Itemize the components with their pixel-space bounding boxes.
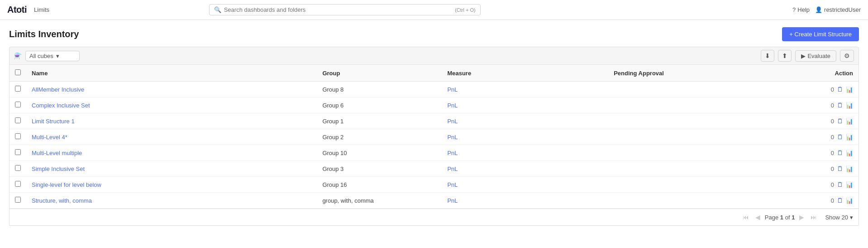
row-name: Simple Inclusive Set bbox=[26, 161, 317, 177]
row-name-link[interactable]: Structure, with, comma bbox=[32, 197, 92, 204]
search-bar[interactable]: 🔍 (Ctrl + O) bbox=[209, 4, 481, 15]
row-name: Multi-Level multiple bbox=[26, 145, 317, 161]
chart-icon[interactable]: 📊 bbox=[846, 181, 853, 188]
row-checkbox[interactable] bbox=[10, 129, 26, 145]
row-name-link[interactable]: Multi-Level multiple bbox=[32, 150, 82, 156]
row-group: Group 8 bbox=[317, 82, 442, 97]
row-name-link[interactable]: Single-level for level below bbox=[32, 181, 101, 188]
row-group: Group 6 bbox=[317, 97, 442, 113]
row-count: 0 bbox=[827, 86, 834, 93]
chart-icon[interactable]: 📊 bbox=[846, 165, 853, 172]
copy-icon[interactable]: 🗒 bbox=[837, 181, 843, 188]
cube-filter-label: All cubes bbox=[29, 53, 53, 59]
table-row: Multi-Level 4* Group 2 PnL 0 🗒 📊 bbox=[10, 129, 858, 145]
prev-page-button[interactable]: ◀ bbox=[754, 213, 762, 222]
row-checkbox[interactable] bbox=[10, 161, 26, 177]
row-count: 0 bbox=[827, 197, 834, 204]
copy-icon[interactable]: 🗒 bbox=[837, 149, 843, 156]
user-label: restrictedUser bbox=[824, 6, 861, 13]
row-name-link[interactable]: AllMember Inclusive bbox=[32, 86, 84, 93]
row-action: 0 🗒 📊 bbox=[775, 82, 858, 97]
header-measure: Measure bbox=[442, 65, 608, 82]
row-select-checkbox[interactable] bbox=[15, 133, 21, 139]
copy-icon[interactable]: 🗒 bbox=[837, 102, 843, 109]
header-group: Group bbox=[317, 65, 442, 82]
cube-filter-dropdown[interactable]: All cubes ▾ bbox=[25, 51, 80, 61]
show-label: Show 20 bbox=[825, 214, 848, 221]
row-checkbox[interactable] bbox=[10, 113, 26, 129]
chart-icon[interactable]: 📊 bbox=[846, 102, 853, 109]
chevron-down-icon: ▾ bbox=[56, 53, 59, 59]
copy-icon[interactable]: 🗒 bbox=[837, 197, 843, 204]
row-select-checkbox[interactable] bbox=[15, 197, 21, 203]
nav-section: Limits bbox=[34, 6, 49, 13]
search-input[interactable] bbox=[224, 6, 452, 13]
row-checkbox[interactable] bbox=[10, 177, 26, 193]
header-pending: Pending Approval bbox=[608, 65, 775, 82]
row-select-checkbox[interactable] bbox=[15, 181, 21, 187]
row-select-checkbox[interactable] bbox=[15, 102, 21, 107]
table-header-row: Name Group Measure Pending Approval Acti… bbox=[10, 65, 858, 82]
row-pending bbox=[608, 113, 775, 129]
copy-icon[interactable]: 🗒 bbox=[837, 117, 843, 125]
first-page-button[interactable]: ⏮ bbox=[741, 213, 751, 222]
evaluate-label: Evaluate bbox=[807, 53, 830, 59]
header-checkbox[interactable] bbox=[10, 65, 26, 82]
topnav: Atoti Limits 🔍 (Ctrl + O) ? Help 👤 restr… bbox=[0, 0, 868, 20]
play-icon: ▶ bbox=[801, 53, 806, 59]
row-action: 0 🗒 📊 bbox=[775, 97, 858, 113]
next-page-button[interactable]: ▶ bbox=[797, 213, 806, 222]
help-icon: ? bbox=[792, 6, 796, 13]
chart-icon[interactable]: 📊 bbox=[846, 197, 853, 204]
download-button[interactable]: ⬇ bbox=[761, 50, 774, 62]
row-action: 0 🗒 📊 bbox=[775, 129, 858, 145]
search-shortcut: (Ctrl + O) bbox=[455, 7, 476, 13]
row-checkbox[interactable] bbox=[10, 97, 26, 113]
chart-icon[interactable]: 📊 bbox=[846, 150, 853, 156]
limits-table-container: Name Group Measure Pending Approval Acti… bbox=[9, 65, 859, 209]
header-action: Action bbox=[775, 65, 858, 82]
table-row: Structure, with, comma group, with, comm… bbox=[10, 193, 858, 209]
select-all-checkbox[interactable] bbox=[15, 69, 21, 75]
row-name-link[interactable]: Simple Inclusive Set bbox=[32, 165, 85, 172]
row-group: Group 3 bbox=[317, 161, 442, 177]
chart-icon[interactable]: 📊 bbox=[846, 134, 853, 141]
copy-icon[interactable]: 🗒 bbox=[837, 165, 843, 172]
page-title: Limits Inventory bbox=[9, 29, 79, 39]
row-checkbox[interactable] bbox=[10, 193, 26, 209]
row-name: Structure, with, comma bbox=[26, 193, 317, 209]
page-content: Limits Inventory + Create Limit Structur… bbox=[0, 20, 868, 233]
row-select-checkbox[interactable] bbox=[15, 86, 21, 92]
settings-button[interactable]: ⚙ bbox=[840, 50, 854, 62]
help-button[interactable]: ? Help bbox=[792, 6, 810, 13]
last-page-button[interactable]: ⏭ bbox=[809, 213, 819, 222]
row-name-link[interactable]: Multi-Level 4* bbox=[32, 134, 67, 141]
user-icon: 👤 bbox=[815, 6, 822, 13]
row-action: 0 🗒 📊 bbox=[775, 161, 858, 177]
user-menu[interactable]: 👤 restrictedUser bbox=[815, 6, 861, 13]
row-measure: PnL bbox=[442, 161, 608, 177]
row-select-checkbox[interactable] bbox=[15, 149, 21, 155]
row-action: 0 🗒 📊 bbox=[775, 113, 858, 129]
row-checkbox[interactable] bbox=[10, 145, 26, 161]
row-pending bbox=[608, 129, 775, 145]
evaluate-button[interactable]: ▶ Evaluate bbox=[795, 50, 836, 62]
row-group: Group 1 bbox=[317, 113, 442, 129]
row-name-link[interactable]: Complex Inclusive Set bbox=[32, 102, 90, 109]
row-count: 0 bbox=[827, 165, 834, 172]
copy-icon[interactable]: 🗒 bbox=[837, 133, 843, 141]
chart-icon[interactable]: 📊 bbox=[846, 86, 853, 93]
row-checkbox[interactable] bbox=[10, 82, 26, 97]
row-select-checkbox[interactable] bbox=[15, 165, 21, 171]
copy-icon[interactable]: 🗒 bbox=[837, 86, 843, 93]
table-row: Multi-Level multiple Group 10 PnL 0 🗒 📊 bbox=[10, 145, 858, 161]
table-row: AllMember Inclusive Group 8 PnL 0 🗒 📊 bbox=[10, 82, 858, 97]
row-name-link[interactable]: Limit Structure 1 bbox=[32, 118, 75, 125]
show-per-page[interactable]: Show 20 ▾ bbox=[825, 214, 853, 221]
row-select-checkbox[interactable] bbox=[15, 117, 21, 123]
chart-icon[interactable]: 📊 bbox=[846, 118, 853, 125]
create-limit-button[interactable]: + Create Limit Structure bbox=[782, 27, 859, 41]
row-group: Group 16 bbox=[317, 177, 442, 193]
row-action: 0 🗒 📊 bbox=[775, 145, 858, 161]
upload-button[interactable]: ⬆ bbox=[778, 50, 792, 62]
